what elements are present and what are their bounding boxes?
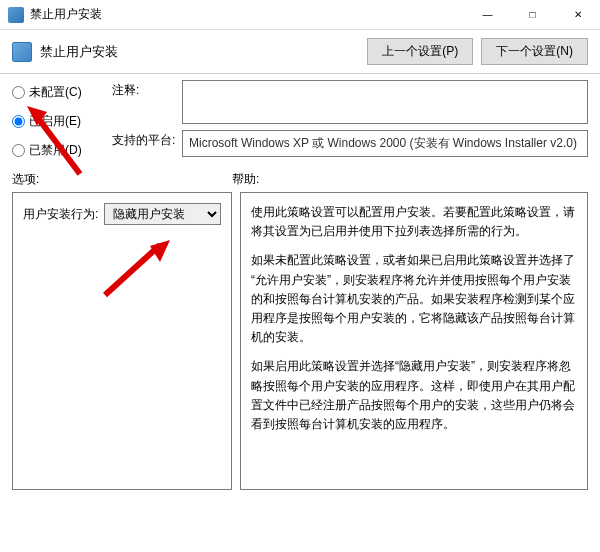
radio-enabled-label: 已启用(E) (29, 113, 81, 130)
options-label: 选项: (12, 171, 232, 188)
radio-disabled-label: 已禁用(D) (29, 142, 82, 159)
help-label: 帮助: (232, 171, 259, 188)
minimize-button[interactable]: — (465, 0, 510, 30)
behavior-row: 用户安装行为: 隐藏用户安装 (23, 203, 221, 225)
help-paragraph-2: 如果未配置此策略设置，或者如果已启用此策略设置并选择了“允许用户安装”，则安装程… (251, 251, 577, 347)
divider (0, 73, 600, 74)
platform-field: Microsoft Windows XP 或 Windows 2000 (安装有… (182, 130, 588, 157)
platform-label: 支持的平台: (112, 130, 176, 157)
policy-icon (12, 42, 32, 62)
comment-row: 注释: (112, 80, 588, 124)
titlebar: 禁止用户安装 — □ ✕ (0, 0, 600, 30)
comment-field[interactable] (182, 80, 588, 124)
behavior-label: 用户安装行为: (23, 206, 98, 223)
bottom-area: 用户安装行为: 隐藏用户安装 使用此策略设置可以配置用户安装。若要配置此策略设置… (0, 192, 600, 502)
window-title: 禁止用户安装 (30, 6, 465, 23)
header-row: 禁止用户安装 上一个设置(P) 下一个设置(N) (0, 30, 600, 71)
window-controls: — □ ✕ (465, 0, 600, 30)
comment-label: 注释: (112, 80, 176, 124)
radio-disabled[interactable]: 已禁用(D) (12, 142, 104, 159)
next-setting-button[interactable]: 下一个设置(N) (481, 38, 588, 65)
radio-enabled[interactable]: 已启用(E) (12, 113, 104, 130)
page-title: 禁止用户安装 (40, 43, 359, 61)
radio-group: 未配置(C) 已启用(E) 已禁用(D) (12, 80, 104, 159)
maximize-button[interactable]: □ (510, 0, 555, 30)
help-paragraph-1: 使用此策略设置可以配置用户安装。若要配置此策略设置，请将其设置为已启用并使用下拉… (251, 203, 577, 241)
prev-setting-button[interactable]: 上一个设置(P) (367, 38, 473, 65)
options-panel: 用户安装行为: 隐藏用户安装 (12, 192, 232, 490)
help-paragraph-3: 如果启用此策略设置并选择“隐藏用户安装”，则安装程序将忽略按照每个用户安装的应用… (251, 357, 577, 434)
behavior-select[interactable]: 隐藏用户安装 (104, 203, 221, 225)
platform-row: 支持的平台: Microsoft Windows XP 或 Windows 20… (112, 130, 588, 157)
fields-column: 注释: 支持的平台: Microsoft Windows XP 或 Window… (112, 80, 588, 159)
config-area: 未配置(C) 已启用(E) 已禁用(D) 注释: 支持的平台: Microsof… (0, 80, 600, 159)
help-panel: 使用此策略设置可以配置用户安装。若要配置此策略设置，请将其设置为已启用并使用下拉… (240, 192, 588, 490)
app-icon (8, 7, 24, 23)
radio-not-configured[interactable]: 未配置(C) (12, 84, 104, 101)
radio-not-configured-input[interactable] (12, 86, 25, 99)
lower-labels: 选项: 帮助: (0, 159, 600, 192)
radio-not-configured-label: 未配置(C) (29, 84, 82, 101)
close-button[interactable]: ✕ (555, 0, 600, 30)
radio-disabled-input[interactable] (12, 144, 25, 157)
radio-enabled-input[interactable] (12, 115, 25, 128)
